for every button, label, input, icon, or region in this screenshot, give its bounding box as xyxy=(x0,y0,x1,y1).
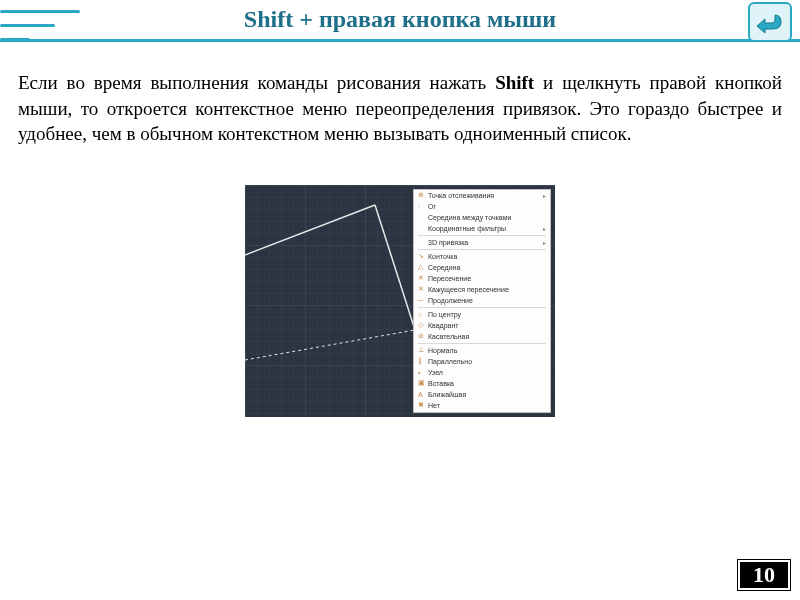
paragraph-bold: Shift xyxy=(495,72,534,93)
paragraph-pre: Если во время выполнения команды рисован… xyxy=(18,72,495,93)
menu-item: 3D привязка xyxy=(414,237,550,248)
menu-item: ─Продолжение xyxy=(414,295,550,306)
svg-line-0 xyxy=(245,205,375,255)
menu-item: ◇Квадрант xyxy=(414,320,550,331)
menu-item: ∥Параллельно xyxy=(414,356,550,367)
body-paragraph: Если во время выполнения команды рисован… xyxy=(0,42,800,147)
menu-item: AБлижайшая xyxy=(414,389,550,400)
back-button[interactable] xyxy=(748,2,792,42)
svg-line-2 xyxy=(245,330,415,360)
menu-item: ⊕Точка отслеживания xyxy=(414,190,550,201)
menu-item: ⊘Касательная xyxy=(414,331,550,342)
menu-item: ✖Нет xyxy=(414,400,550,411)
slide-title: Shift + правая кнопка мыши xyxy=(0,6,800,33)
menu-item: ✕Кажущееся пересечение xyxy=(414,284,550,295)
screenshot-illustration: ⊕Точка отслеживания ·Ог Середина между т… xyxy=(245,185,555,417)
slide-header: Shift + правая кнопка мыши xyxy=(0,0,800,37)
menu-item: ↘Конточка xyxy=(414,251,550,262)
menu-item: ⊥Нормаль xyxy=(414,345,550,356)
menu-item: •Узел xyxy=(414,367,550,378)
menu-item: ✕Пересечение xyxy=(414,273,550,284)
page-number: 10 xyxy=(738,560,790,590)
svg-line-1 xyxy=(375,205,415,330)
context-menu[interactable]: ⊕Точка отслеживания ·Ог Середина между т… xyxy=(413,189,551,413)
menu-item: △Середина xyxy=(414,262,550,273)
menu-item: Середина между точками xyxy=(414,212,550,223)
menu-item: ▣Вставка xyxy=(414,378,550,389)
menu-item: Координатные фильтры xyxy=(414,223,550,234)
menu-item: ○По центру xyxy=(414,309,550,320)
back-arrow-icon xyxy=(755,9,785,35)
menu-item: ·Ог xyxy=(414,201,550,212)
